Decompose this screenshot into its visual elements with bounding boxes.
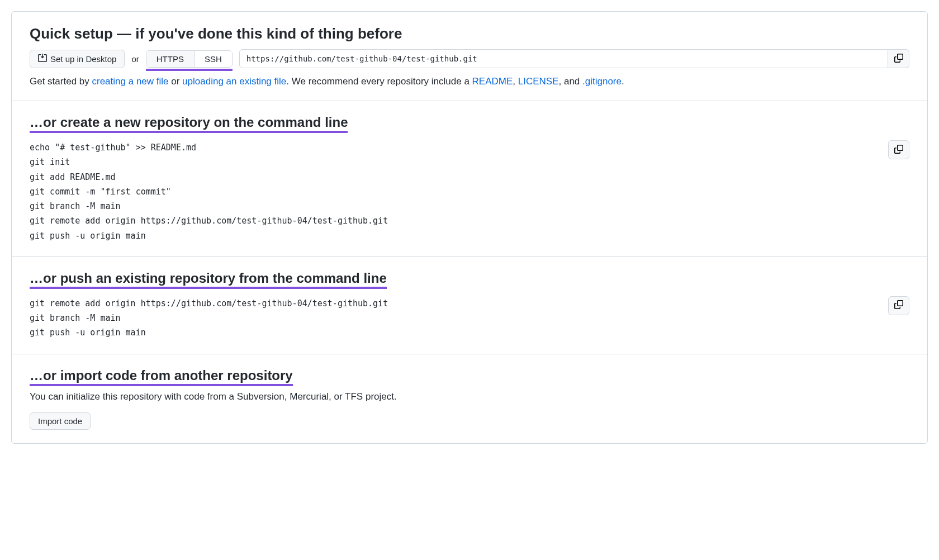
quick-setup-section: Quick setup — if you've done this kind o…: [12, 12, 927, 101]
readme-link[interactable]: README: [472, 76, 513, 87]
import-section: …or import code from another repository …: [12, 354, 927, 443]
annotation-underline: [146, 69, 233, 71]
gitignore-link[interactable]: .gitignore: [582, 76, 622, 87]
push-code-block[interactable]: git remote add origin https://github.com…: [30, 296, 909, 340]
create-file-link[interactable]: creating a new file: [92, 76, 169, 87]
clone-url-group: [239, 49, 909, 68]
ssh-tab[interactable]: SSH: [194, 51, 232, 67]
create-code-block[interactable]: echo "# test-github" >> README.md git in…: [30, 140, 909, 243]
empty-repo-setup: Quick setup — if you've done this kind o…: [11, 11, 928, 444]
setup-desktop-label: Set up in Desktop: [50, 54, 116, 64]
clone-url-input[interactable]: [239, 49, 888, 68]
push-repo-section: …or push an existing repository from the…: [12, 257, 927, 354]
clipboard-icon: [894, 300, 903, 311]
push-repo-heading: …or push an existing repository from the…: [30, 270, 387, 286]
clipboard-icon: [894, 54, 903, 64]
create-repo-heading: …or create a new repository on the comma…: [30, 115, 348, 130]
import-code-label: Import code: [38, 416, 82, 426]
quick-help-text: Get started by creating a new file or up…: [30, 76, 909, 87]
upload-file-link[interactable]: uploading an existing file: [182, 76, 286, 87]
import-heading: …or import code from another repository: [30, 368, 293, 383]
license-link[interactable]: LICENSE: [518, 76, 559, 87]
create-repo-section: …or create a new repository on the comma…: [12, 101, 927, 257]
setup-desktop-button[interactable]: Set up in Desktop: [30, 50, 125, 68]
copy-push-button[interactable]: [888, 296, 909, 315]
desktop-download-icon: [38, 54, 47, 64]
or-text: or: [131, 54, 139, 64]
clipboard-icon: [894, 145, 903, 155]
import-code-button[interactable]: Import code: [30, 412, 91, 430]
copy-create-button[interactable]: [888, 140, 909, 159]
clone-row: Set up in Desktop or HTTPS SSH: [30, 49, 909, 68]
import-text: You can initialize this repository with …: [30, 391, 909, 402]
protocol-switcher: HTTPS SSH: [146, 50, 233, 68]
https-tab[interactable]: HTTPS: [146, 51, 194, 67]
copy-url-button[interactable]: [888, 49, 909, 68]
quick-setup-title: Quick setup — if you've done this kind o…: [30, 25, 909, 42]
